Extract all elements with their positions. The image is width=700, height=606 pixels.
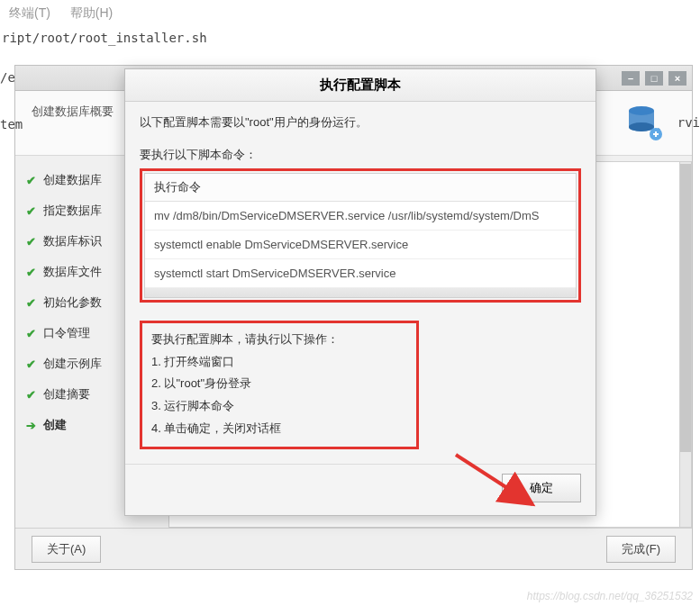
check-icon: ✔: [26, 327, 36, 340]
config-script-dialog: 执行配置脚本 以下配置脚本需要以"root"用户的身份运行。 要执行以下脚本命令…: [124, 68, 596, 516]
terminal-bg-line: /e: [0, 70, 15, 85]
about-button[interactable]: 关于(A): [32, 536, 101, 563]
terminal-bg-line: rvi: [677, 115, 700, 130]
menu-terminal[interactable]: 终端(T): [9, 5, 50, 20]
database-icon: [623, 102, 667, 148]
menubar: 终端(T) 帮助(H): [0, 0, 700, 27]
check-icon: ✔: [26, 174, 36, 187]
terminal-bg-line: tem: [0, 117, 23, 131]
check-icon: ✔: [26, 266, 36, 279]
command-row: systemctl enable DmServiceDMSERVER.servi…: [145, 231, 576, 259]
terminal-output: ript/root/root_installer.sh: [0, 27, 700, 49]
check-icon: ✔: [26, 357, 36, 371]
watermark-text: https://blog.csdn.net/qq_36251532: [527, 590, 693, 602]
commands-table: 执行命令 mv /dm8/bin/DmServiceDMSERVER.servi…: [144, 173, 577, 298]
dialog-title: 执行配置脚本: [125, 69, 595, 102]
wizard-step-label: 数据库标识: [43, 233, 102, 249]
ok-button[interactable]: 确定: [502, 474, 581, 502]
wizard-step-label: 口令管理: [43, 325, 90, 341]
close-button[interactable]: ×: [668, 71, 686, 86]
terminal-line: ript/root/root_installer.sh: [2, 31, 698, 45]
main-header-text: 创建数据库概要: [32, 104, 114, 118]
wizard-step-label: 数据库文件: [43, 264, 102, 280]
finish-button[interactable]: 完成(F): [606, 536, 676, 563]
instruction-step: 1. 打开终端窗口: [151, 351, 407, 374]
instructions-highlight: 要执行配置脚本，请执行以下操作： 1. 打开终端窗口 2. 以"root"身份登…: [140, 321, 419, 449]
instruction-step: 3. 运行脚本命令: [151, 395, 407, 418]
wizard-step-label: 创建: [43, 417, 67, 433]
wizard-step-label: 指定数据库: [43, 203, 102, 219]
scrollbar[interactable]: [679, 161, 692, 528]
wizard-step-label: 创建示例库: [43, 356, 102, 372]
check-icon: ✔: [26, 235, 36, 249]
wizard-step-label: 创建数据库: [43, 172, 102, 188]
command-row: mv /dm8/bin/DmServiceDMSERVER.service /u…: [145, 202, 576, 231]
instructions-heading: 要执行配置脚本，请执行以下操作：: [151, 329, 407, 351]
minimize-button[interactable]: –: [622, 71, 640, 86]
instruction-step: 4. 单击确定，关闭对话框: [151, 418, 407, 440]
check-icon: ✔: [26, 204, 36, 218]
dialog-intro-text: 以下配置脚本需要以"root"用户的身份运行。: [140, 114, 581, 131]
command-row: systemctl start DmServiceDMSERVER.servic…: [145, 259, 576, 288]
main-footer: 关于(A) 完成(F): [15, 528, 692, 569]
menu-help[interactable]: 帮助(H): [70, 5, 113, 20]
wizard-step-label: 创建摘要: [43, 386, 90, 402]
check-icon: ✔: [26, 388, 36, 402]
commands-heading: 要执行以下脚本命令：: [140, 147, 581, 163]
svg-point-1: [629, 122, 654, 131]
arrow-right-icon: ➔: [26, 419, 36, 432]
commands-table-header: 执行命令: [145, 174, 576, 202]
instruction-step: 2. 以"root"身份登录: [151, 373, 407, 395]
commands-highlight: 执行命令 mv /dm8/bin/DmServiceDMSERVER.servi…: [140, 168, 581, 303]
wizard-step-label: 初始化参数: [43, 294, 102, 311]
check-icon: ✔: [26, 296, 36, 310]
maximize-button[interactable]: □: [645, 71, 663, 86]
horizontal-scrollbar[interactable]: [145, 288, 576, 297]
